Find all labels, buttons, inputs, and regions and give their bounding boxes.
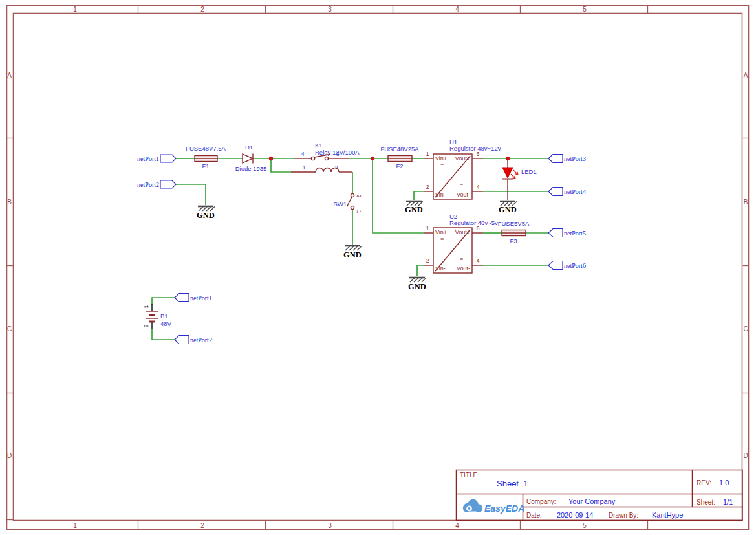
title-block: TITLE: Sheet_1 REV: 1.0 EasyEDA Company:… (457, 470, 743, 521)
component-value[interactable]: 48V (160, 320, 172, 327)
component-ref[interactable]: B1 (160, 312, 168, 320)
wire[interactable] (417, 265, 424, 276)
netport-netPort1-battery[interactable]: netPort1 (175, 294, 212, 302)
component-fuse-f1[interactable]: FUSE48V7.5A F1 (186, 145, 226, 169)
ruler-row-right: A (744, 72, 748, 79)
wire[interactable] (414, 191, 424, 200)
company-label: Company: (526, 498, 556, 505)
netport-netPort2-battery[interactable]: netPort2 (175, 336, 212, 344)
sheet-value[interactable]: 1/1 (723, 498, 733, 506)
gnd-symbol-sw1[interactable]: GND (343, 246, 362, 259)
netport-netPort1-left[interactable]: netPort1 (137, 155, 176, 162)
drawn-by-value[interactable]: KantHype (652, 511, 683, 519)
netport-label[interactable]: netPort5 (564, 230, 586, 237)
component-value[interactable]: FUSE48V7.5A (186, 145, 226, 152)
netport-netPort6[interactable]: netPort6 (548, 261, 586, 270)
component-fuse-f2[interactable]: FUSE48V25A F2 (380, 146, 419, 169)
company-value[interactable]: Your Company (568, 497, 616, 505)
netport-label[interactable]: netPort1 (190, 294, 212, 301)
inner-border (14, 14, 742, 521)
netport-netPort3[interactable]: netPort3 (548, 155, 586, 163)
ruler-col-top: 4 (455, 6, 459, 13)
dc-symbol: = (460, 182, 463, 188)
pin-label: Vin+ (435, 229, 447, 235)
component-ref[interactable]: D1 (245, 144, 253, 151)
pin-number: 2 (426, 257, 429, 264)
wire[interactable] (271, 158, 291, 172)
netport-label[interactable]: netPort2 (190, 336, 212, 344)
sheet-title[interactable]: Sheet_1 (497, 479, 528, 488)
pin-number: 4 (301, 151, 305, 157)
component-ref[interactable]: LED1 (521, 168, 537, 175)
netport-label[interactable]: netPort3 (564, 155, 586, 162)
component-regulator-u2[interactable]: U2 Regulator 48v~5v Vin+ Vout+ = = Vin- … (424, 213, 498, 273)
junction-dot (371, 157, 374, 160)
wire[interactable] (152, 298, 175, 305)
relay-contact (311, 157, 314, 160)
ruler-column-labels: 1 2 3 4 5 1 2 3 4 5 (73, 6, 587, 529)
component-diode-d1[interactable]: D1 Diode 1935 (235, 144, 267, 172)
easyeda-logo: EasyEDA (463, 499, 524, 514)
component-value[interactable]: Regulstor 48v~12v (449, 145, 501, 152)
junction-dot (269, 157, 273, 160)
gnd-label: GND (405, 205, 423, 214)
wire[interactable] (373, 158, 424, 233)
component-value[interactable]: Regulator 48v~5v (449, 219, 498, 226)
led-triangle[interactable] (502, 168, 513, 178)
netport-netPort4[interactable]: netPort4 (548, 188, 586, 196)
rev-value[interactable]: 1.0 (719, 479, 729, 486)
component-ref[interactable]: F3 (510, 237, 517, 245)
ruler-col-bottom: 2 (200, 522, 204, 529)
pin-number: 6 (477, 151, 480, 157)
component-fuse-f3[interactable]: FUSE5V5A F3 (498, 220, 530, 245)
netport-label[interactable]: netPort1 (137, 155, 159, 162)
date-value[interactable]: 2020-09-14 (557, 511, 593, 519)
netport-flag[interactable] (548, 261, 563, 270)
gnd-symbol-u2[interactable]: GND (408, 278, 426, 291)
pin-label: Vout+ (455, 155, 470, 162)
pin-number: 2 (143, 324, 149, 327)
netport-label[interactable]: netPort2 (137, 181, 159, 188)
netport-netPort5[interactable]: netPort5 (548, 229, 586, 237)
netport-flag[interactable] (160, 155, 176, 162)
component-ref[interactable]: K1 (315, 142, 323, 149)
gnd-symbol-u1[interactable]: GND (405, 201, 423, 214)
gnd-label: GND (343, 250, 362, 259)
gnd-label: GND (408, 282, 426, 291)
component-led1[interactable]: LED1 (502, 158, 537, 200)
netport-flag[interactable] (160, 180, 176, 188)
netport-flag[interactable] (548, 188, 563, 196)
wire[interactable] (152, 329, 175, 340)
component-switch-sw1[interactable]: 2 1 SW1 (333, 193, 362, 213)
component-battery-b1[interactable]: 1 2 B1 48V (143, 304, 172, 329)
netport-flag[interactable] (548, 155, 563, 163)
component-value[interactable]: Diode 1935 (235, 165, 267, 172)
ruler-row-left: B (7, 199, 12, 206)
component-ref[interactable]: SW1 (333, 201, 347, 208)
ruler-row-left: D (7, 452, 12, 459)
netport-flag[interactable] (175, 336, 189, 344)
netport-flag[interactable] (175, 294, 189, 302)
ruler-col-bottom: 4 (455, 522, 459, 529)
gnd-symbol-led[interactable]: GND (499, 201, 517, 214)
netport-netPort2-left[interactable]: netPort2 (137, 180, 176, 188)
pin-number: 3 (336, 151, 340, 157)
component-relay-k1[interactable]: K1 Relay 12V/100A 4 3 1 2 (291, 142, 360, 172)
component-value[interactable]: FUSE48V25A (380, 146, 419, 153)
ruler-row-right: D (743, 452, 748, 459)
pin-label: Vout+ (455, 229, 470, 235)
component-regulator-u1[interactable]: U1 Regulstor 48v~12v Vin+ Vout+ = = Vin-… (424, 138, 501, 199)
gnd-symbol-netport2[interactable]: GND (197, 206, 215, 220)
component-ref[interactable]: F1 (202, 162, 209, 169)
led-emission-arrows (511, 170, 518, 179)
pin-number: 1 (426, 151, 429, 157)
component-value[interactable]: FUSE5V5A (498, 220, 530, 227)
pin-label: Vin- (435, 191, 446, 198)
netport-flag[interactable] (548, 229, 563, 237)
netport-label[interactable]: netPort6 (564, 262, 586, 269)
diode-triangle[interactable] (243, 154, 253, 163)
netport-label[interactable]: netPort4 (564, 188, 586, 195)
sheet-border-frame: 1 2 3 4 5 1 2 3 4 5 A B C D A B C D (7, 6, 749, 530)
wire[interactable] (176, 184, 206, 205)
component-ref[interactable]: F2 (396, 162, 403, 169)
